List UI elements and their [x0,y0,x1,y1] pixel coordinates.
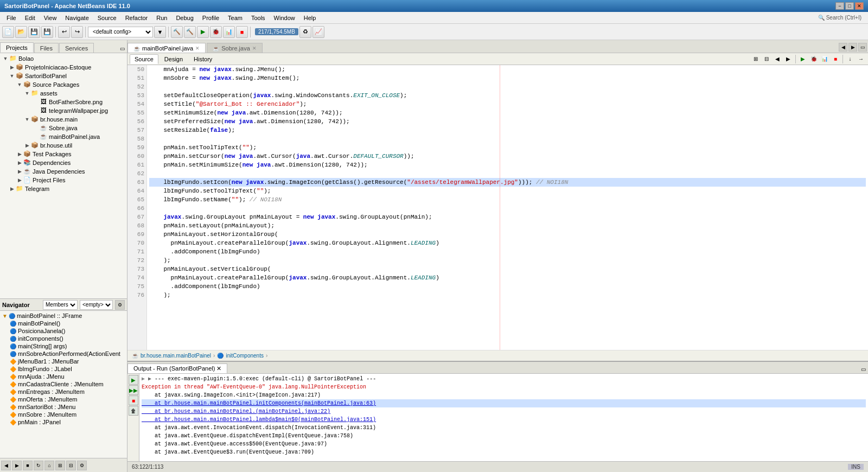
close-button[interactable]: ✕ [855,2,864,10]
menu-window[interactable]: Window [270,14,299,22]
filter-select[interactable]: <empty> [80,300,113,310]
output-tab-run[interactable]: Output - Run (SartoriBotPanel) ✕ [127,363,227,373]
code-content[interactable]: mnAjuda = new javax.swing.JMenu(); mnSob… [147,65,868,350]
nav-item-root[interactable]: ▼ 🔵 mainBotPainel :: JFrame [1,312,126,320]
src-stop-btn[interactable]: ■ [831,54,840,64]
nav-item-jmenubar[interactable]: 🔶 jMenuBar1 : JMenuBar [1,358,126,365]
debug-btn[interactable]: 🐞 [210,26,222,38]
src-btn-2[interactable]: ⊟ [762,54,771,64]
tree-item-wallpaper[interactable]: 🖼 telegramWallpaper.jpg [1,106,126,115]
nav-item-mnajuda[interactable]: 🔶 mnAjuda : JMenu [1,373,126,380]
restore-button[interactable]: □ [845,2,854,10]
menu-source[interactable]: Source [93,14,121,22]
run-output-btn[interactable]: ▶ [129,375,138,385]
menu-team[interactable]: Team [224,14,247,22]
nav-collapse-btn[interactable]: ⊟ [66,461,76,470]
tree-item-botfather[interactable]: 🖼 BotFatherSobre.png [1,98,126,106]
stop-output-btn[interactable]: ■ [129,396,138,405]
menu-edit[interactable]: Edit [21,14,40,22]
nav-item-mnentregas[interactable]: 🔶 mnEntregas : JMenuItem [1,388,126,396]
source-tab[interactable]: Source [130,54,158,64]
tab-mainbotpainel[interactable]: ☕ mainBotPainel.java ✕ [127,43,206,53]
nav-settings-btn[interactable]: ⚙ [115,300,125,310]
tree-item-dependencies[interactable]: ▶ 📚 Dependencies [1,158,126,167]
profile2-btn[interactable]: 📈 [312,26,324,38]
src-run-btn[interactable]: ▶ [798,54,808,64]
scroll-right-btn[interactable]: ▶ [848,43,857,52]
menu-debug[interactable]: Debug [171,14,197,22]
nav-back-btn[interactable]: ◀ [1,461,11,470]
menu-run[interactable]: Run [152,14,171,22]
menu-profile[interactable]: Profile [198,14,224,22]
open-project-btn[interactable]: 📂 [15,26,27,38]
tree-item-sobre[interactable]: ☕ Sobre.java [1,124,126,132]
scroll-left-btn[interactable]: ◀ [839,43,847,52]
nav-item-posiciona[interactable]: 🔵 PosicionaJanela() [1,327,126,335]
menu-tools[interactable]: Tools [247,14,270,22]
src-btn-1[interactable]: ⊞ [751,54,761,64]
src-step-over-btn[interactable]: → [856,54,866,64]
nav-item-mnsobre[interactable]: 🔶 mnSobre : JMenuItem [1,411,126,418]
tree-item-test-packages[interactable]: ▶ 📦 Test Packages [1,150,126,158]
menu-view[interactable]: View [40,14,61,22]
clean-build-btn[interactable]: 🔨 [184,26,196,38]
config-dropdown-btn[interactable]: ▼ [154,26,166,38]
tab-sobre[interactable]: ☕ Sobre.java ✕ [207,43,263,53]
menu-file[interactable]: File [2,14,21,22]
tree-item-telegram[interactable]: ▶ 📁 Telegram [1,184,126,193]
tree-item-projeto[interactable]: ▶ 📦 ProjetoIniciacao-Estoque [1,63,126,72]
build-btn[interactable]: 🔨 [171,26,183,38]
new-project-btn[interactable]: 📄 [2,26,14,38]
nav-item-mncadastro[interactable]: 🔶 mnCadastraCliente : JMenuItem [1,380,126,388]
tree-item-brhouseutil[interactable]: ▶ 📦 br.house.util [1,141,126,150]
nav-expand-btn[interactable]: ⊞ [55,461,65,470]
gc-btn[interactable]: ♻ [299,26,311,38]
nav-settings2-btn[interactable]: ⚙ [77,461,87,470]
nav-home-btn[interactable]: ⌂ [44,461,54,470]
nav-item-mnsobreaction[interactable]: 🔵 mnSobreActionPerformed(ActionEvent [1,350,126,358]
profile-btn[interactable]: 📊 [223,26,235,38]
nav-refresh-btn[interactable]: ↻ [34,461,43,470]
tree-item-brhousemain[interactable]: ▼ 📦 br.house.main [1,115,126,124]
src-btn-3[interactable]: ◀ [773,54,782,64]
undo-btn[interactable]: ↩ [58,26,70,38]
tree-item-project-files[interactable]: ▶ 📄 Project Files [1,176,126,184]
tab-projects[interactable]: Projects [0,42,34,53]
output-maximize-btn[interactable]: ▭ [859,365,868,373]
nav-item-lbimgfundo[interactable]: 🔶 lbImgFundo : JLabel [1,365,126,373]
save-all-btn[interactable]: 💾 [41,26,53,38]
nav-item-init[interactable]: 🔵 initComponents() [1,335,126,342]
nav-item-constructor[interactable]: 🔵 mainBotPainel() [1,320,126,327]
tree-item-bolao[interactable]: ▼ 📁 Bolao [1,54,126,63]
breadcrumb-class[interactable]: br.house.main.mainBotPainel [141,353,211,359]
tree-item-sartori[interactable]: ▼ 📦 SartoriBotPanel [1,72,126,80]
tree-item-assets[interactable]: ▼ 📁 assets [1,89,126,98]
tab-close-btn[interactable]: ✕ [195,46,200,51]
clear-output-btn[interactable]: 🗑 [129,406,138,416]
src-debug-btn[interactable]: 🐞 [809,54,819,64]
run-btn[interactable]: ▶ [197,26,209,38]
redo-btn[interactable]: ↪ [71,26,83,38]
tree-item-java-deps[interactable]: ▶ ☕ Java Dependencies [1,167,126,176]
stop-btn[interactable]: ■ [236,26,248,38]
nav-item-mnoferta[interactable]: 🔶 mnOferta : JMenuItem [1,396,126,403]
menu-navigate[interactable]: Navigate [61,14,93,22]
minimize-button[interactable]: − [835,2,844,10]
tab-files[interactable]: Files [34,43,59,53]
tree-item-mainbot[interactable]: ☕ mainBotPainel.java [1,132,126,141]
panel-maximize-btn[interactable]: ▭ [118,44,127,53]
tab-services[interactable]: Services [59,43,94,53]
save-btn[interactable]: 💾 [28,26,40,38]
src-step-btn[interactable]: ↓ [845,54,855,64]
design-tab[interactable]: Design [159,54,188,64]
members-select[interactable]: Members [43,300,78,310]
src-btn-4[interactable]: ▶ [783,54,793,64]
tree-item-source-packages[interactable]: ▼ 📦 Source Packages [1,80,126,89]
config-select[interactable]: <default config> [88,27,153,37]
run-output-btn2[interactable]: ▶▶ [129,385,138,395]
nav-stop-btn[interactable]: ■ [23,461,33,470]
breadcrumb-method[interactable]: initComponents [226,353,263,359]
nav-item-pnmain[interactable]: 🔶 pnMain : JPanel [1,418,126,426]
history-tab[interactable]: History [189,54,217,64]
nav-item-main[interactable]: 🔵 main(String[] args) [1,342,126,350]
